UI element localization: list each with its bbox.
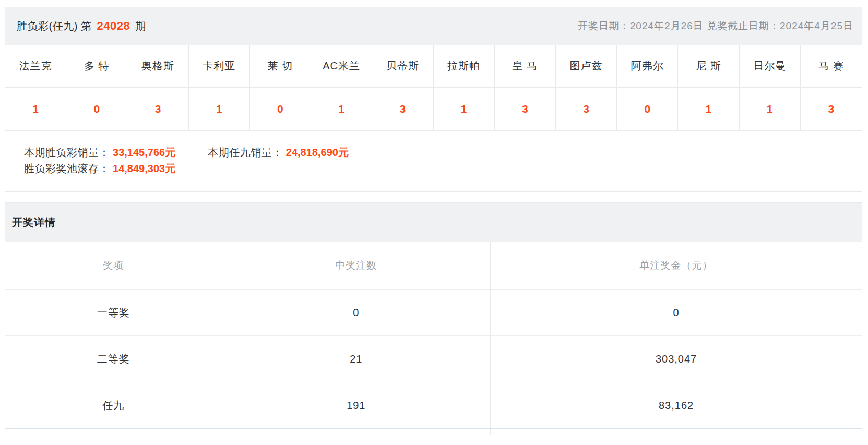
winner-count-cell: 0 <box>222 289 491 335</box>
team-name: 马 赛 <box>801 45 862 88</box>
team-name: 莱 切 <box>250 45 311 88</box>
team-name: 奥格斯 <box>127 45 188 88</box>
prize-amount-cell: 83,162 <box>490 382 862 428</box>
pool-rollover-value: 14,849,303元 <box>113 163 175 174</box>
match-column: 阿弗尔0 <box>617 45 678 130</box>
r9-sales: 本期任九销量： 24,818,690元 <box>208 147 349 158</box>
r9-sales-label: 本期任九销量： <box>208 147 283 158</box>
team-name: 日尔曼 <box>740 45 800 88</box>
sales-line-2: 胜负彩奖池滚存： 14,849,303元 <box>24 161 862 177</box>
pool-rollover-label: 胜负彩奖池滚存： <box>24 163 110 174</box>
pool-rollover: 胜负彩奖池滚存： 14,849,303元 <box>24 163 175 174</box>
prize-amount-cell: 0 <box>490 289 862 335</box>
match-result-value: 3 <box>372 88 433 130</box>
prize-table: 奖项 中奖注数 单注奖金（元） 一等奖00二等奖21303,047任九19183… <box>5 242 862 435</box>
prize-name-cell: 一等奖 <box>5 289 222 335</box>
match-result-value: 3 <box>127 88 188 130</box>
match-result-value: 1 <box>189 88 249 130</box>
sfc-sales: 本期胜负彩销量： 33,145,766元 <box>24 147 179 158</box>
partial-row-right-cell <box>490 429 862 435</box>
lottery-result-card: 胜负彩(任九) 第 24028 期 开奖日期：2024年2月26日 兑奖截止日期… <box>5 7 862 192</box>
match-column: 莱 切0 <box>250 45 311 130</box>
team-name: 卡利亚 <box>189 45 249 88</box>
match-column: 卡利亚1 <box>189 45 250 130</box>
match-column: 尼 斯1 <box>678 45 739 130</box>
sales-block: 本期胜负彩销量： 33,145,766元 本期任九销量： 24,818,690元… <box>5 130 862 191</box>
col-header-winner-count: 中奖注数 <box>222 242 491 289</box>
match-result-value: 0 <box>250 88 311 130</box>
team-name: 阿弗尔 <box>617 45 677 88</box>
issue-title-prefix: 胜负彩(任九) 第 <box>17 20 91 32</box>
prize-table-row: 任九19183,162 <box>5 382 862 428</box>
issue-title-suffix: 期 <box>135 20 146 32</box>
match-result-value: 0 <box>66 88 127 130</box>
match-column: 奥格斯3 <box>127 45 188 130</box>
team-name: 多 特 <box>66 45 127 88</box>
draw-details-title: 开奖详情 <box>12 215 56 230</box>
team-name: AC米兰 <box>311 45 372 88</box>
r9-sales-value: 24,818,690元 <box>286 147 349 158</box>
team-name: 法兰克 <box>5 45 66 88</box>
match-column: 贝蒂斯3 <box>372 45 433 130</box>
match-result-value: 1 <box>311 88 372 130</box>
match-result-value: 1 <box>5 88 66 130</box>
match-table: 法兰克1多 特0奥格斯3卡利亚1莱 切0AC米兰1贝蒂斯3拉斯帕1皇 马3图卢兹… <box>5 45 862 130</box>
sfc-sales-value: 33,145,766元 <box>113 147 175 158</box>
col-header-prize-amount: 单注奖金（元） <box>490 242 862 289</box>
issue-number: 24028 <box>94 19 132 32</box>
match-column: 图卢兹3 <box>556 45 617 130</box>
match-column: 法兰克1 <box>5 45 66 130</box>
match-column: 多 特0 <box>66 45 127 130</box>
match-result-value: 3 <box>801 88 862 130</box>
match-column: 日尔曼1 <box>740 45 801 130</box>
prize-table-row: 一等奖00 <box>5 289 862 335</box>
prize-name-cell: 二等奖 <box>5 335 222 382</box>
match-column: 皇 马3 <box>495 45 556 130</box>
sales-line-1: 本期胜负彩销量： 33,145,766元 本期任九销量： 24,818,690元 <box>24 145 862 161</box>
match-result-value: 1 <box>740 88 800 130</box>
team-name: 皇 马 <box>495 45 555 88</box>
issue-header-bar: 胜负彩(任九) 第 24028 期 开奖日期：2024年2月26日 兑奖截止日期… <box>5 7 862 45</box>
match-column: 马 赛3 <box>801 45 862 130</box>
match-result-value: 1 <box>678 88 739 130</box>
team-name: 贝蒂斯 <box>372 45 433 88</box>
team-name: 拉斯帕 <box>434 45 494 88</box>
sfc-sales-label: 本期胜负彩销量： <box>24 147 110 158</box>
match-result-value: 3 <box>556 88 616 130</box>
match-column: 拉斯帕1 <box>434 45 495 130</box>
winner-count-cell: 191 <box>222 382 491 428</box>
prize-name-cell: 任九 <box>5 382 222 428</box>
prize-table-row: 二等奖21303,047 <box>5 335 862 382</box>
team-name: 尼 斯 <box>678 45 739 88</box>
draw-details-header-bar: 开奖详情 <box>5 203 862 242</box>
draw-details-card: 开奖详情 奖项 中奖注数 单注奖金（元） 一等奖00二等奖21303,047任九… <box>5 202 862 435</box>
match-result-value: 1 <box>434 88 494 130</box>
match-column: AC米兰1 <box>311 45 372 130</box>
col-header-prize: 奖项 <box>5 242 222 289</box>
prize-table-body: 一等奖00二等奖21303,047任九19183,162 <box>5 289 862 428</box>
match-result-value: 3 <box>495 88 555 130</box>
match-result-value: 0 <box>617 88 677 130</box>
team-name: 图卢兹 <box>556 45 616 88</box>
winner-count-cell: 21 <box>222 335 491 382</box>
draw-dates-text: 开奖日期：2024年2月26日 兑奖截止日期：2024年4月25日 <box>578 19 853 33</box>
issue-title: 胜负彩(任九) 第 24028 期 <box>17 19 146 33</box>
partial-row-left-cell <box>5 429 490 435</box>
prize-table-partial-row <box>5 428 862 435</box>
prize-amount-cell: 303,047 <box>490 335 862 382</box>
prize-table-header-row: 奖项 中奖注数 单注奖金（元） <box>5 242 862 289</box>
